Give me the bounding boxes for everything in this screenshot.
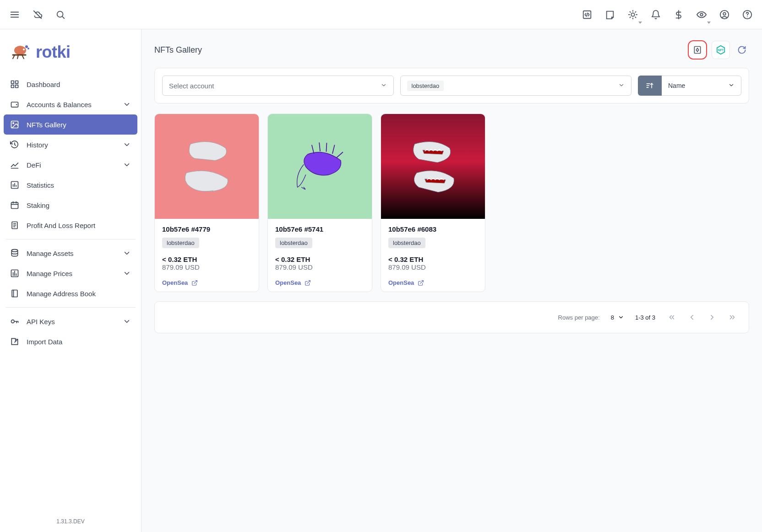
sidebar-item-nfts[interactable]: NFTs Gallery xyxy=(4,114,137,135)
svg-line-7 xyxy=(587,13,588,16)
chart-line-icon xyxy=(10,160,19,169)
history-icon xyxy=(10,140,19,149)
nft-price-crypto: < 0.32 ETH xyxy=(275,255,365,263)
prices-icon xyxy=(10,269,19,278)
nft-card[interactable]: 10b57e6 #5741 lobsterdao < 0.32 ETH 879.… xyxy=(267,114,372,292)
svg-rect-29 xyxy=(11,85,14,88)
nft-grid: 10b57e6 #4779 lobsterdao < 0.32 ETH 879.… xyxy=(154,114,749,292)
sidebar-item-history[interactable]: History xyxy=(4,135,137,155)
page-actions: NFT xyxy=(688,40,749,60)
sidebar-item-import[interactable]: Import Data xyxy=(4,331,137,352)
user-icon[interactable] xyxy=(717,7,732,22)
sidebar-item-statistics[interactable]: Statistics xyxy=(4,175,137,195)
account-select[interactable]: Select account xyxy=(162,76,394,96)
first-page-button[interactable] xyxy=(666,312,677,323)
sidebar-label: Statistics xyxy=(27,181,54,189)
nft-title: 10b57e6 #5741 xyxy=(275,225,365,233)
nft-badge-button[interactable]: NFT xyxy=(712,41,730,59)
caret-down-icon xyxy=(381,82,387,90)
sidebar-item-accounts[interactable]: Accounts & Balances xyxy=(4,94,137,114)
caret-down-icon xyxy=(618,314,624,320)
sidebar-item-manage-assets[interactable]: Manage Assets xyxy=(4,243,137,263)
last-page-button[interactable] xyxy=(727,312,738,323)
eye-icon[interactable] xyxy=(694,7,709,22)
rows-per-page-value: 8 xyxy=(611,314,614,321)
logo-text: rotki xyxy=(36,43,71,62)
sidebar-item-address-book[interactable]: Manage Address Book xyxy=(4,283,137,304)
sidebar-item-pnl[interactable]: Profit And Loss Report xyxy=(4,215,137,235)
account-select-placeholder: Select account xyxy=(169,82,214,90)
next-page-button[interactable] xyxy=(707,312,718,323)
page-header: NFTs Gallery NFT xyxy=(154,40,749,60)
refresh-button[interactable] xyxy=(735,43,749,57)
svg-rect-28 xyxy=(16,81,18,84)
sidebar-label: DeFi xyxy=(27,161,41,169)
sidebar-label: Accounts & Balances xyxy=(27,101,92,109)
theme-icon[interactable] xyxy=(626,7,640,22)
page-title: NFTs Gallery xyxy=(154,45,202,55)
help-icon[interactable] xyxy=(740,7,755,22)
nft-card[interactable]: 10b57e6 #6083 lobsterdao < 0.32 ETH 879.… xyxy=(381,114,485,292)
caret-down-icon xyxy=(728,82,735,90)
cloud-off-icon[interactable] xyxy=(30,7,45,22)
code-icon[interactable] xyxy=(580,7,594,22)
pagination-arrows xyxy=(666,312,738,323)
sidebar-item-api-keys[interactable]: API Keys xyxy=(4,311,137,331)
database-icon xyxy=(10,249,19,258)
svg-point-54 xyxy=(11,320,15,323)
nft-title: 10b57e6 #6083 xyxy=(388,225,478,233)
key-icon xyxy=(10,317,19,326)
prev-page-button[interactable] xyxy=(686,312,697,323)
caret-down-icon xyxy=(618,82,625,90)
external-link-icon xyxy=(418,280,424,286)
search-icon[interactable] xyxy=(53,7,68,22)
svg-rect-59 xyxy=(694,47,700,54)
sidebar-item-staking[interactable]: Staking xyxy=(4,195,137,215)
main-content: NFTs Gallery NFT Select account lobsterd… xyxy=(142,29,762,532)
svg-point-47 xyxy=(11,250,17,252)
svg-line-70 xyxy=(307,280,310,283)
marketplace-label: OpenSea xyxy=(388,279,414,286)
nft-marketplace-link[interactable]: OpenSea xyxy=(162,279,251,286)
svg-line-12 xyxy=(635,17,636,17)
svg-rect-30 xyxy=(16,85,18,88)
nft-collection-tag: lobsterdao xyxy=(388,238,425,248)
sort-group: Name xyxy=(638,76,741,96)
bell-icon[interactable] xyxy=(648,7,663,22)
sidebar-item-defi[interactable]: DeFi xyxy=(4,155,137,175)
rows-per-page-select[interactable]: 8 xyxy=(611,314,624,321)
marketplace-label: OpenSea xyxy=(275,279,301,286)
nft-marketplace-link[interactable]: OpenSea xyxy=(275,279,365,286)
sidebar-label: Manage Assets xyxy=(27,250,74,257)
note-icon[interactable] xyxy=(603,7,617,22)
dashboard-icon xyxy=(10,80,19,89)
sidebar-item-manage-prices[interactable]: Manage Prices xyxy=(4,263,137,283)
sidebar-item-dashboard[interactable]: Dashboard xyxy=(4,74,137,94)
nft-marketplace-link[interactable]: OpenSea xyxy=(388,279,478,286)
rows-per-page-label: Rows per page: xyxy=(558,314,600,321)
nft-collection-tag: lobsterdao xyxy=(162,238,199,248)
nft-image xyxy=(155,114,259,219)
collection-select[interactable]: lobsterdao xyxy=(400,76,632,96)
settings-action-button[interactable] xyxy=(688,40,707,60)
sort-by-select[interactable]: Name xyxy=(662,76,741,96)
svg-line-5 xyxy=(62,16,64,18)
dollar-icon[interactable] xyxy=(671,7,686,22)
nft-card[interactable]: 10b57e6 #4779 lobsterdao < 0.32 ETH 879.… xyxy=(154,114,259,292)
receipt-icon xyxy=(10,221,19,230)
nft-price-fiat: 879.09 USD xyxy=(162,263,251,271)
filter-panel: Select account lobsterdao Name xyxy=(154,68,749,103)
nft-price-crypto: < 0.32 ETH xyxy=(162,255,251,263)
topbar xyxy=(0,0,762,29)
sidebar-label: Staking xyxy=(27,201,49,209)
sidebar-label: Profit And Loss Report xyxy=(27,222,95,229)
menu-icon[interactable] xyxy=(7,7,22,22)
nft-price-fiat: 879.09 USD xyxy=(275,263,365,271)
logo[interactable]: rotki xyxy=(4,38,137,74)
nft-image xyxy=(268,114,372,219)
sort-direction-button[interactable] xyxy=(638,76,662,96)
svg-rect-39 xyxy=(11,202,18,208)
version-label: 1.31.3.DEV xyxy=(4,511,137,527)
topbar-left xyxy=(7,7,68,22)
collection-chip: lobsterdao xyxy=(407,81,444,91)
